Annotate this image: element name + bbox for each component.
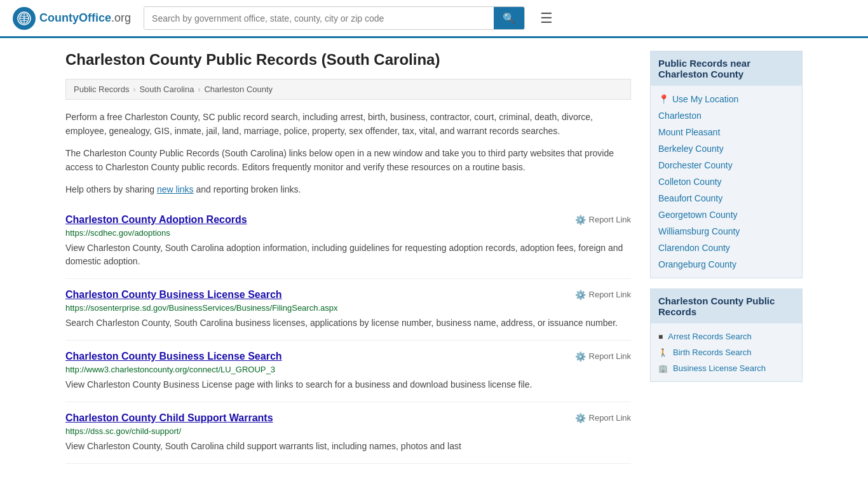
logo[interactable]: CountyOffice.org (13, 7, 131, 30)
record-title-3[interactable]: Charleston County Child Support Warrants (65, 412, 273, 424)
record-url-2[interactable]: http://www3.charlestoncounty.org/connect… (65, 365, 631, 374)
breadcrumb-sep-2: › (198, 85, 200, 94)
records-sidebar-section: Charleston County Public Records ■Arrest… (650, 288, 803, 382)
new-links-link[interactable]: new links (157, 184, 194, 194)
nearby-link-5[interactable]: Beaufort County (658, 190, 794, 207)
sidebar: Public Records near Charleston County 📍 … (650, 51, 803, 464)
records-sidebar-link-0[interactable]: ■Arrest Records Search (658, 329, 794, 344)
nearby-link-4[interactable]: Colleton County (658, 173, 794, 190)
breadcrumb-link-public-records[interactable]: Public Records (74, 85, 129, 94)
report-icon-1: ⚙️ (575, 290, 586, 300)
report-link-1[interactable]: ⚙️ Report Link (575, 290, 631, 300)
records-sidebar-link-2[interactable]: 🏢Business License Search (658, 360, 794, 376)
description-p2: The Charleston County Public Records (So… (65, 146, 631, 175)
nearby-body: 📍 Use My Location CharlestonMount Pleasa… (651, 86, 802, 278)
record-item: Charleston County Business License Searc… (65, 341, 631, 402)
nearby-link-2[interactable]: Berkeley County (658, 140, 794, 157)
report-link-3[interactable]: ⚙️ Report Link (575, 413, 631, 423)
nearby-link-1[interactable]: Mount Pleasant (658, 124, 794, 140)
report-icon-0: ⚙️ (575, 215, 586, 225)
record-header: Charleston County Business License Searc… (65, 351, 631, 362)
record-header: Charleston County Adoption Records ⚙️ Re… (65, 214, 631, 226)
record-desc-0: View Charleston County, South Carolina a… (65, 241, 631, 268)
records-sidebar-title: Charleston County Public Records (651, 289, 802, 323)
record-title-1[interactable]: Charleston County Business License Searc… (65, 289, 282, 301)
nearby-title: Public Records near Charleston County (651, 51, 802, 86)
search-input[interactable] (144, 7, 494, 29)
report-link-0[interactable]: ⚙️ Report Link (575, 215, 631, 225)
nearby-link-9[interactable]: Orangeburg County (658, 256, 794, 273)
nearby-link-6[interactable]: Georgetown County (658, 207, 794, 223)
nearby-link-0[interactable]: Charleston (658, 107, 794, 124)
nearby-links: CharlestonMount PleasantBerkeley CountyD… (658, 107, 794, 273)
use-my-location-link[interactable]: 📍 Use My Location (658, 91, 794, 107)
record-title-2[interactable]: Charleston County Business License Searc… (65, 351, 282, 362)
logo-text: CountyOffice.org (39, 11, 131, 25)
main-content: Charleston County Public Records (South … (65, 51, 631, 464)
breadcrumb-link-south-carolina[interactable]: South Carolina (139, 85, 194, 94)
record-header: Charleston County Child Support Warrants… (65, 412, 631, 424)
record-item: Charleston County Child Support Warrants… (65, 402, 631, 464)
menu-button[interactable]: ☰ (538, 8, 555, 29)
description-p3: Help others by sharing new links and rep… (65, 182, 631, 196)
records-sidebar-icon-2: 🏢 (658, 364, 668, 373)
record-url-0[interactable]: https://scdhec.gov/adoptions (65, 228, 631, 238)
breadcrumb-sep-1: › (133, 85, 135, 94)
records-sidebar-body: ■Arrest Records Search🚶Birth Records Sea… (651, 323, 802, 381)
logo-icon (13, 7, 36, 30)
description-p1: Perform a free Charleston County, SC pub… (65, 110, 631, 139)
report-link-2[interactable]: ⚙️ Report Link (575, 351, 631, 362)
record-desc-1: Search Charleston County, South Carolina… (65, 316, 631, 330)
record-item: Charleston County Business License Searc… (65, 279, 631, 341)
nearby-link-8[interactable]: Clarendon County (658, 240, 794, 256)
record-url-3[interactable]: https://dss.sc.gov/child-support/ (65, 426, 631, 436)
records-list: Charleston County Adoption Records ⚙️ Re… (65, 204, 631, 464)
report-icon-2: ⚙️ (575, 351, 586, 362)
breadcrumb: Public Records › South Carolina › Charle… (65, 79, 631, 100)
record-desc-3: View Charleston County, South Carolina c… (65, 440, 631, 453)
record-url-1[interactable]: https://sosenterprise.sd.gov/BusinessSer… (65, 303, 631, 313)
report-icon-3: ⚙️ (575, 413, 586, 423)
breadcrumb-link-charleston-county[interactable]: Charleston County (204, 85, 273, 94)
nearby-link-3[interactable]: Dorchester County (658, 157, 794, 173)
records-sidebar-icon-0: ■ (658, 332, 663, 341)
record-header: Charleston County Business License Searc… (65, 289, 631, 301)
nearby-section: Public Records near Charleston County 📍 … (650, 51, 803, 278)
header: CountyOffice.org 🔍 ☰ (0, 0, 868, 38)
records-sidebar-link-1[interactable]: 🚶Birth Records Search (658, 344, 794, 360)
records-sidebar-icon-1: 🚶 (658, 348, 668, 357)
record-item: Charleston County Adoption Records ⚙️ Re… (65, 204, 631, 279)
page-title: Charleston County Public Records (South … (65, 51, 631, 69)
record-title-0[interactable]: Charleston County Adoption Records (65, 214, 247, 226)
search-button[interactable]: 🔍 (494, 7, 524, 29)
search-bar: 🔍 (144, 6, 525, 30)
location-icon: 📍 (658, 94, 669, 104)
record-desc-2: View Charleston County Business License … (65, 378, 631, 391)
nearby-link-7[interactable]: Williamsburg County (658, 223, 794, 240)
page-container: Charleston County Public Records (South … (53, 38, 815, 477)
